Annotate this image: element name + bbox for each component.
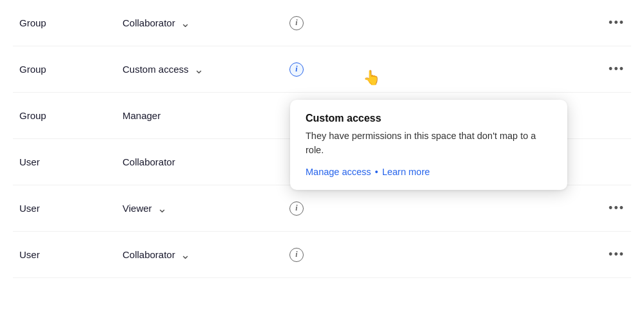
chevron-down-icon[interactable]: ⌄ [194,62,204,77]
row-role: Collaborator⌄ [122,16,277,30]
chevron-down-icon[interactable]: ⌄ [157,201,167,216]
tooltip-description: They have permissions in this space that… [306,129,552,158]
row-type: User [19,249,122,260]
row-type: Group [19,17,122,28]
row-actions: ••• [592,201,625,215]
manage-access-link[interactable]: Manage access [306,167,371,177]
info-icon[interactable]: i [289,201,304,216]
row-role: Collaborator⌄ [122,248,277,262]
row-type: User [19,203,122,214]
row-type: User [19,156,122,167]
row-info: i [277,248,316,262]
table-row: UserViewer⌄i••• [13,185,631,232]
row-actions: ••• [592,62,625,76]
row-actions: ••• [592,248,625,261]
row-info: i [277,201,316,216]
info-icon[interactable]: i [289,62,304,77]
row-role: Viewer⌄ [122,201,277,216]
row-type: Group [19,110,122,121]
info-icon[interactable]: i [289,16,304,30]
row-info: i [277,16,316,30]
row-actions: ••• [592,16,625,30]
more-options-button[interactable]: ••• [609,201,625,215]
more-options-button[interactable]: ••• [609,62,625,76]
custom-access-tooltip: Custom access They have permissions in t… [290,100,567,190]
row-type: Group [19,64,122,75]
chevron-down-icon[interactable]: ⌄ [181,16,190,30]
more-options-button[interactable]: ••• [609,16,625,30]
tooltip-links: Manage access • Learn more [306,167,552,177]
table-row: GroupCollaborator⌄i••• [13,0,631,46]
learn-more-link[interactable]: Learn more [382,167,430,177]
row-info: i [277,62,316,77]
more-options-button[interactable]: ••• [609,248,625,261]
row-role: Collaborator [122,156,277,167]
table-row: UserCollaborator⌄i••• [13,232,631,278]
table-row: GroupCustom access⌄i••• [13,46,631,93]
info-icon[interactable]: i [289,248,304,262]
row-role: Manager [122,110,277,121]
row-role: Custom access⌄ [122,62,277,77]
tooltip-link-separator: • [375,167,378,177]
chevron-down-icon[interactable]: ⌄ [181,248,190,262]
tooltip-title: Custom access [306,113,552,124]
